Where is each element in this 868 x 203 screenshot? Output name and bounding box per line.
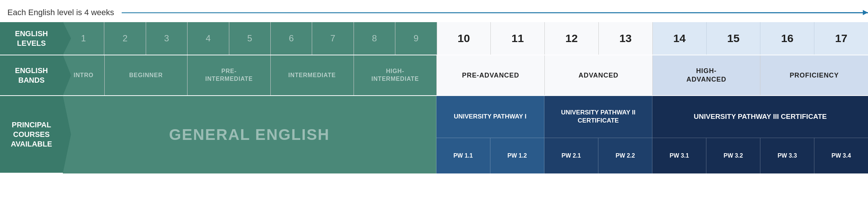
level-6: 6: [271, 22, 312, 55]
pw-2-1: PW 2.1: [544, 138, 598, 174]
label-column: ENGLISH LEVELS ENGLISH BANDS PRINCIPAL C…: [0, 22, 63, 173]
timeline-row: Each English level is 4 weeks: [0, 0, 868, 22]
level-5: 5: [229, 22, 271, 55]
levels-row: 1 2 3 4 5 6 7 8 9 10 11 12 13 14 15 16 1…: [63, 22, 868, 55]
band-beginner: BEGINNER: [105, 55, 188, 95]
band-pre-advanced: PRE-ADVANCED: [437, 55, 545, 95]
level-17: 17: [814, 22, 868, 55]
level-16: 16: [760, 22, 814, 55]
table-wrapper: ENGLISH LEVELS ENGLISH BANDS PRINCIPAL C…: [0, 22, 868, 173]
pathway-1-block: UNIVERSITY PATHWAY I PW 1.1 PW 1.2: [436, 96, 544, 173]
pathway-3-block: UNIVERSITY PATHWAY III CERTIFICATE PW 3.…: [652, 96, 868, 173]
pathway-1-header: UNIVERSITY PATHWAY I: [436, 96, 544, 138]
pw-3-3: PW 3.3: [760, 138, 814, 174]
level-2: 2: [104, 22, 146, 55]
level-4: 4: [188, 22, 229, 55]
bands-row: INTRO BEGINNER PRE-INTERMEDIATE INTERMED…: [63, 55, 868, 96]
band-pre-intermediate: PRE-INTERMEDIATE: [188, 55, 271, 95]
pw-3-1: PW 3.1: [652, 138, 706, 174]
level-11: 11: [491, 22, 545, 55]
level-8: 8: [354, 22, 395, 55]
pathway-2-subrow: PW 2.1 PW 2.2: [544, 138, 652, 174]
band-intermediate: INTERMEDIATE: [271, 55, 354, 95]
english-bands-label: ENGLISH BANDS: [0, 55, 63, 96]
level-13: 13: [599, 22, 653, 55]
band-high-intermediate: HIGH-INTERMEDIATE: [354, 55, 437, 95]
pathway-3-subrow: PW 3.1 PW 3.2 PW 3.3 PW 3.4: [652, 138, 868, 174]
band-high-advanced: HIGH-ADVANCED: [653, 55, 761, 95]
general-english-course: GENERAL ENGLISH: [63, 96, 436, 173]
level-14: 14: [653, 22, 707, 55]
pw-1-2: PW 1.2: [490, 138, 544, 174]
level-10: 10: [437, 22, 491, 55]
pathway-2-block: UNIVERSITY PATHWAY II CERTIFICATE PW 2.1…: [544, 96, 652, 173]
principal-courses-label: PRINCIPAL COURSES AVAILABLE: [0, 96, 63, 173]
timeline-label: Each English level is 4 weeks: [7, 8, 114, 17]
pw-1-1: PW 1.1: [436, 138, 490, 174]
pathway-1-subrow: PW 1.1 PW 1.2: [436, 138, 544, 174]
english-levels-label: ENGLISH LEVELS: [0, 22, 63, 55]
pw-3-2: PW 3.2: [706, 138, 760, 174]
pw-2-2: PW 2.2: [598, 138, 652, 174]
level-9: 9: [395, 22, 437, 55]
band-proficiency: PROFICIENCY: [760, 55, 868, 95]
general-english-label: GENERAL ENGLISH: [169, 126, 330, 144]
pathway-3-header: UNIVERSITY PATHWAY III CERTIFICATE: [652, 96, 868, 138]
main-container: Each English level is 4 weeks ENGLISH LE…: [0, 0, 868, 173]
courses-row: GENERAL ENGLISH UNIVERSITY PATHWAY I PW …: [63, 96, 868, 173]
level-15: 15: [707, 22, 761, 55]
level-3: 3: [146, 22, 188, 55]
timeline-arrow: [122, 12, 868, 13]
grid-area: 1 2 3 4 5 6 7 8 9 10 11 12 13 14 15 16 1…: [63, 22, 868, 173]
pw-3-4: PW 3.4: [814, 138, 868, 174]
level-12: 12: [545, 22, 599, 55]
pathway-2-header: UNIVERSITY PATHWAY II CERTIFICATE: [544, 96, 652, 138]
band-advanced: ADVANCED: [545, 55, 653, 95]
level-7: 7: [312, 22, 354, 55]
